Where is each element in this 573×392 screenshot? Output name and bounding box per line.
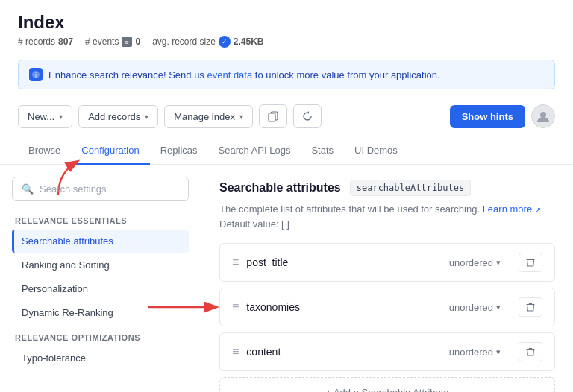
events-label: # events: [85, 37, 119, 47]
tabs-nav: Browse Configuration Replicas Search API…: [0, 137, 573, 165]
events-meta: # events ≡ 0: [85, 37, 140, 47]
sidebar-item-dynamic-re-ranking[interactable]: Dynamic Re-Ranking: [12, 301, 189, 324]
manage-index-button[interactable]: Manage index ▾: [164, 105, 253, 128]
content-description: The complete list of attributes that wil…: [219, 202, 555, 231]
order-chevron-icon: ▾: [496, 303, 501, 312]
trash-icon: [525, 347, 536, 357]
toolbar: New... ▾ Add records ▾ Manage index ▾ Sh…: [0, 95, 573, 137]
content-title: Searchable attributes: [219, 181, 341, 195]
drag-handle-icon[interactable]: ≡: [232, 346, 239, 358]
attribute-order-post-title[interactable]: unordered ▾: [449, 257, 510, 268]
copy-icon: [267, 110, 279, 122]
content-header: Searchable attributes searchableAttribut…: [219, 180, 555, 196]
tab-search-api-logs[interactable]: Search API Logs: [208, 137, 301, 165]
search-icon: 🔍: [22, 183, 34, 195]
avatar: [531, 104, 555, 128]
svg-text:i: i: [35, 72, 37, 79]
delete-post-title-button[interactable]: [519, 253, 542, 272]
trash-icon: [525, 302, 536, 312]
attribute-row-post-title: ≡ post_title unordered ▾: [219, 243, 555, 282]
page-header: Index # records 807 # events ≡ 0 avg. re…: [0, 0, 573, 54]
banner-link[interactable]: event data: [207, 69, 252, 80]
events-icon: ≡: [122, 37, 132, 47]
order-chevron-icon: ▾: [496, 258, 501, 268]
new-button[interactable]: New... ▾: [18, 105, 72, 128]
content-badge: searchableAttributes: [350, 180, 472, 196]
tab-ui-demos[interactable]: UI Demos: [344, 137, 408, 165]
banner-icon: i: [29, 68, 43, 81]
sidebar-section-relevance-optimizations: RELEVANCE OPTIMIZATIONS: [12, 333, 189, 342]
drag-handle-icon[interactable]: ≡: [232, 301, 239, 313]
tab-replicas[interactable]: Replicas: [150, 137, 208, 165]
attribute-name-taxonomies: taxonomies: [246, 301, 448, 313]
attribute-order-taxonomies[interactable]: unordered ▾: [449, 302, 510, 313]
show-hints-button[interactable]: Show hints: [450, 105, 525, 128]
record-size-value: 2.45KB: [234, 37, 264, 47]
trash-icon: [525, 257, 536, 268]
sidebar-item-searchable-attributes[interactable]: Searchable attributes: [12, 230, 189, 253]
sidebar-item-typo-tolerance[interactable]: Typo-tolerance: [12, 347, 189, 370]
tab-stats[interactable]: Stats: [301, 137, 344, 165]
new-chevron-icon: ▾: [59, 113, 63, 121]
records-count: 807: [58, 37, 73, 47]
sidebar: 🔍 RELEVANCE ESSENTIALS Searchable attrib…: [0, 165, 201, 392]
search-settings-input[interactable]: [40, 183, 179, 195]
page-title: Index: [18, 12, 555, 33]
attribute-name-content: content: [246, 346, 448, 358]
svg-point-6: [540, 112, 546, 118]
delete-taxonomies-button[interactable]: [519, 297, 542, 317]
record-size-label: avg. record size: [152, 37, 216, 47]
external-link-icon: ↗: [535, 206, 541, 214]
delete-content-button[interactable]: [519, 342, 542, 361]
checkmark-icon: ✓: [219, 36, 231, 48]
tab-configuration[interactable]: Configuration: [71, 137, 149, 165]
sidebar-section-relevance-essentials: RELEVANCE ESSENTIALS: [12, 216, 189, 225]
attribute-row-taxonomies: ≡ taxonomies unordered ▾: [219, 288, 555, 326]
attribute-row-content: ≡ content unordered ▾: [219, 332, 555, 371]
drag-handle-icon[interactable]: ≡: [232, 256, 239, 268]
sidebar-item-personalization[interactable]: Personalization: [12, 277, 189, 300]
records-meta: # records 807: [18, 37, 73, 47]
attribute-row-wrapper-taxonomies: ≡ taxonomies unordered ▾: [219, 288, 555, 326]
copy-button[interactable]: [259, 104, 287, 128]
tab-browse[interactable]: Browse: [18, 137, 71, 165]
attribute-name-post-title: post_title: [246, 256, 448, 268]
add-records-button[interactable]: Add records ▾: [78, 105, 158, 128]
svg-text:≡: ≡: [125, 39, 129, 46]
svg-rect-5: [269, 113, 275, 121]
sidebar-item-ranking-sorting[interactable]: Ranking and Sorting: [12, 253, 189, 276]
content-panel: Searchable attributes searchableAttribut…: [201, 165, 573, 392]
order-chevron-icon: ▾: [496, 347, 501, 357]
banner: i Enhance search relevance! Send us even…: [18, 60, 555, 89]
attribute-order-content[interactable]: unordered ▾: [449, 347, 510, 358]
manage-index-chevron-icon: ▾: [239, 113, 243, 121]
add-searchable-attribute-button[interactable]: + Add a Searchable Attribute: [219, 377, 555, 392]
main-content: 🔍 RELEVANCE ESSENTIALS Searchable attrib…: [0, 165, 573, 392]
refresh-button[interactable]: [293, 104, 322, 128]
events-count: 0: [135, 37, 140, 47]
learn-more-link[interactable]: Learn more ↗: [483, 203, 541, 215]
add-records-chevron-icon: ▾: [145, 113, 148, 121]
record-size-meta: avg. record size ✓ 2.45KB: [152, 36, 263, 48]
search-settings-box[interactable]: 🔍: [12, 177, 189, 201]
banner-text: Enhance search relevance! Send us event …: [48, 69, 440, 80]
header-meta: # records 807 # events ≡ 0 avg. record s…: [18, 36, 555, 48]
page: Index # records 807 # events ≡ 0 avg. re…: [0, 0, 573, 392]
refresh-icon: [301, 110, 313, 122]
records-label: # records: [18, 37, 55, 47]
